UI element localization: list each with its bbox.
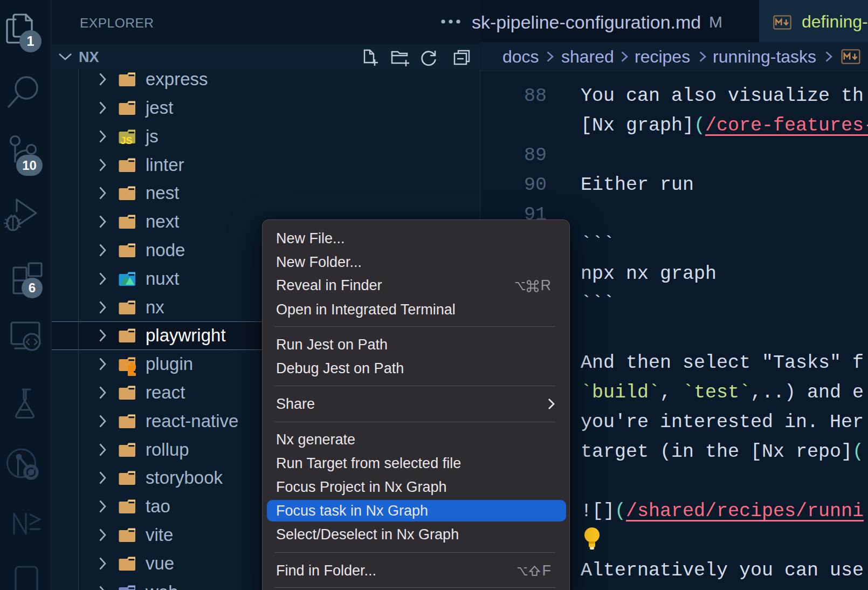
svg-text:JS: JS [121,135,133,146]
